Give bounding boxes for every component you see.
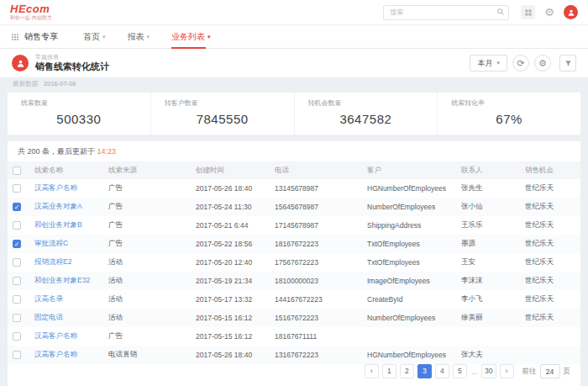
pagination: ‹ 12345 ... 30 › 前往 页 xyxy=(365,364,570,378)
lead-name-cell: 汉高客户名称 xyxy=(29,327,103,346)
row-checkbox[interactable] xyxy=(13,332,21,341)
column-header[interactable]: 电话 xyxy=(270,161,362,179)
table-row: 汉高客户名称广告2017-05-26 18:4013145678987HGNum… xyxy=(8,179,580,198)
opportunity-cell xyxy=(520,327,580,346)
settings-button[interactable]: ⚙ xyxy=(534,55,551,71)
prev-page-button[interactable]: ‹ xyxy=(365,364,379,378)
row-checkbox[interactable] xyxy=(13,258,21,267)
period-select[interactable]: 本月 ▾ xyxy=(470,55,507,71)
column-header[interactable]: 销售机会 xyxy=(520,161,580,179)
page-button-2[interactable]: 2 xyxy=(400,364,414,378)
last-page-button[interactable]: 30 xyxy=(481,364,496,378)
lead-name-link[interactable]: 汉高业务对象A xyxy=(34,202,82,210)
opportunity-cell: 世纪乐天 xyxy=(520,272,580,290)
lead-name-link[interactable]: 和创业务对象E32 xyxy=(34,276,90,284)
row-checkbox[interactable] xyxy=(13,184,21,193)
lead-source-cell: 广告 xyxy=(103,216,191,235)
page-title: 销售线索转化统计 xyxy=(35,61,109,73)
lead-name-cell: 汉高业务对象A xyxy=(29,198,103,216)
lead-name-link[interactable]: 审批流程C xyxy=(34,239,68,247)
customer-cell: TxtOfEmployees xyxy=(362,235,456,253)
top-bar: HEcom 和你一起·向创而生 ⚙ xyxy=(0,0,588,25)
settings-gear-icon[interactable]: ⚙ xyxy=(544,7,554,18)
customer-cell: ShippingAddress xyxy=(362,216,456,235)
workspace-switcher[interactable]: 销售专享 xyxy=(11,31,58,43)
nav-item-业务列表[interactable]: 业务列表▾ xyxy=(171,25,211,49)
created-time-cell: 2017-05-22 18:56 xyxy=(191,235,270,253)
logo-tagline: 和你一起·向创而生 xyxy=(10,15,52,21)
report-avatar-icon xyxy=(12,55,29,71)
dots-grid-icon xyxy=(11,33,19,41)
lead-source-cell: 活动 xyxy=(103,253,191,272)
opportunity-cell xyxy=(520,346,580,364)
created-time-cell: 2017-05-26 18:40 xyxy=(191,179,270,198)
contact-cell: 王安 xyxy=(456,253,520,272)
lead-name-link[interactable]: 和创业务对象B xyxy=(34,220,82,229)
opportunity-cell: 世纪乐天 xyxy=(520,235,580,253)
lead-name-link[interactable]: 固定电话 xyxy=(34,313,63,321)
row-checkbox[interactable] xyxy=(13,295,21,304)
created-time-cell: 2017-05-21 6:44 xyxy=(191,216,270,235)
column-header[interactable]: 客户 xyxy=(362,161,456,179)
goto-page-input[interactable] xyxy=(540,364,560,378)
row-checkbox[interactable] xyxy=(13,314,21,322)
app-logo[interactable]: HEcom 和你一起·向创而生 xyxy=(10,3,52,21)
row-checkbox[interactable]: ✓ xyxy=(13,240,21,248)
chevron-down-icon: ▾ xyxy=(496,60,500,66)
table-row: 报销流程E2活动2017-05-20 12:4017567672223TxtOf… xyxy=(8,253,580,272)
apps-grid-icon[interactable] xyxy=(521,5,535,19)
created-time-cell: 2017-05-15 16:12 xyxy=(191,327,270,346)
lead-name-link[interactable]: 报销流程E2 xyxy=(34,257,71,266)
lead-name-link[interactable]: 汉高客户名称 xyxy=(34,350,77,358)
page-button-1[interactable]: 1 xyxy=(382,364,396,378)
kpi-label: 线索数量 xyxy=(21,98,150,108)
created-time-cell: 2017-05-20 12:40 xyxy=(191,253,270,272)
next-page-button[interactable]: › xyxy=(500,364,514,378)
refresh-button[interactable]: ⟳ xyxy=(512,55,529,71)
global-search xyxy=(383,5,509,20)
meta-date: 2016-07-06 xyxy=(44,80,76,87)
column-header[interactable]: 联系人 xyxy=(456,161,520,179)
column-header[interactable]: 创建时间 xyxy=(191,161,270,179)
search-icon[interactable] xyxy=(496,8,505,18)
user-avatar[interactable] xyxy=(564,5,578,19)
row-checkbox[interactable] xyxy=(13,277,21,285)
kpi-stat: 转机会数量3647582 xyxy=(295,93,438,135)
kpi-stat: 转客户数量7845550 xyxy=(151,93,295,135)
table-row: ✓汉高业务对象A广告2017-05-24 11:3015645678987Num… xyxy=(8,198,580,216)
kpi-stat: 线索转化率67% xyxy=(438,93,580,135)
table-row: 和创业务对象E32活动2017-05-19 21:3418100000023Im… xyxy=(8,272,580,290)
nav-item-首页[interactable]: 首页▾ xyxy=(83,25,106,49)
row-checkbox[interactable]: ✓ xyxy=(13,203,21,211)
lead-name-link[interactable]: 汉高名录 xyxy=(34,294,63,303)
last-updated-time: 14:23 xyxy=(97,147,117,156)
checkbox-cell xyxy=(8,272,29,290)
row-checkbox[interactable] xyxy=(13,221,21,230)
column-header[interactable]: 线索名称 xyxy=(29,161,103,179)
kpi-value: 500330 xyxy=(21,112,150,126)
table-row: 汉高名录活动2017-05-17 13:32144167672223Create… xyxy=(8,290,580,309)
lead-name-link[interactable]: 汉高客户名称 xyxy=(34,331,77,340)
search-input[interactable] xyxy=(383,5,509,20)
page-button-5[interactable]: 5 xyxy=(453,364,467,378)
phone-cell: 15167672223 xyxy=(270,309,362,327)
customer-cell: NumberOfEmployees xyxy=(362,198,456,216)
row-checkbox[interactable] xyxy=(13,351,21,359)
select-all-checkbox[interactable] xyxy=(13,167,21,175)
nav-bar: 销售专享 首页▾报表▾业务列表▾ xyxy=(0,25,588,49)
phone-cell: 18167671111 xyxy=(270,327,362,346)
page-button-3[interactable]: 3 xyxy=(417,364,432,378)
lead-name-link[interactable]: 汉高客户名称 xyxy=(34,183,77,192)
lead-source-cell: 广告 xyxy=(103,198,191,216)
filter-button[interactable] xyxy=(559,55,576,71)
column-header[interactable]: 线索来源 xyxy=(103,161,191,179)
opportunity-cell: 世纪乐天 xyxy=(520,216,580,235)
period-value: 本月 xyxy=(477,58,492,69)
customer-cell xyxy=(362,327,456,346)
contact-cell: 张小仙 xyxy=(456,198,520,216)
nav-item-报表[interactable]: 报表▾ xyxy=(128,25,150,49)
opportunity-cell: 世纪乐天 xyxy=(520,253,580,272)
page-button-4[interactable]: 4 xyxy=(435,364,449,378)
checkbox-cell xyxy=(8,346,29,364)
chevron-down-icon: ▾ xyxy=(102,26,106,48)
